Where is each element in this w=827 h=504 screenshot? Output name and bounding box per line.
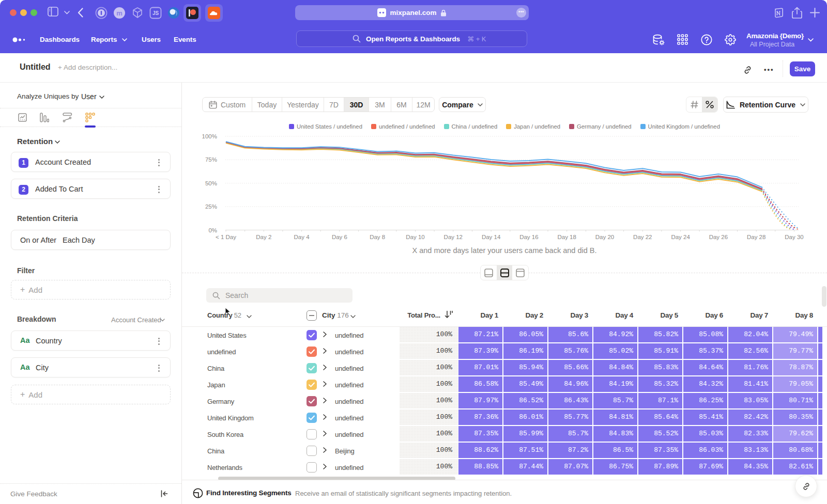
svg-text:Day 30: Day 30 — [785, 234, 803, 240]
svg-text:Day 8: Day 8 — [370, 234, 385, 240]
svg-text:Day 14: Day 14 — [482, 234, 501, 240]
svg-text:Day 24: Day 24 — [671, 234, 690, 240]
svg-text:75%: 75% — [205, 156, 217, 163]
svg-text:< 1 Day: < 1 Day — [216, 234, 236, 240]
svg-text:m: m — [116, 9, 122, 17]
svg-text:50%: 50% — [205, 180, 217, 186]
svg-text:JS: JS — [152, 10, 159, 16]
svg-text:Day 18: Day 18 — [557, 234, 576, 240]
svg-text:Day 28: Day 28 — [747, 234, 765, 240]
svg-text:Day 26: Day 26 — [709, 234, 728, 240]
svg-text:Day 20: Day 20 — [595, 234, 614, 240]
svg-text:Day 22: Day 22 — [633, 234, 652, 240]
svg-text:Day 10: Day 10 — [406, 234, 424, 240]
svg-text:100%: 100% — [202, 133, 217, 139]
svg-text:Day 4: Day 4 — [294, 234, 310, 240]
svg-text:Day 2: Day 2 — [256, 234, 271, 240]
svg-text:Day 12: Day 12 — [444, 234, 463, 240]
svg-text:25%: 25% — [205, 203, 217, 210]
svg-text:0%: 0% — [208, 227, 217, 233]
svg-text:Day 6: Day 6 — [332, 234, 347, 240]
svg-text:Day 16: Day 16 — [519, 234, 538, 240]
